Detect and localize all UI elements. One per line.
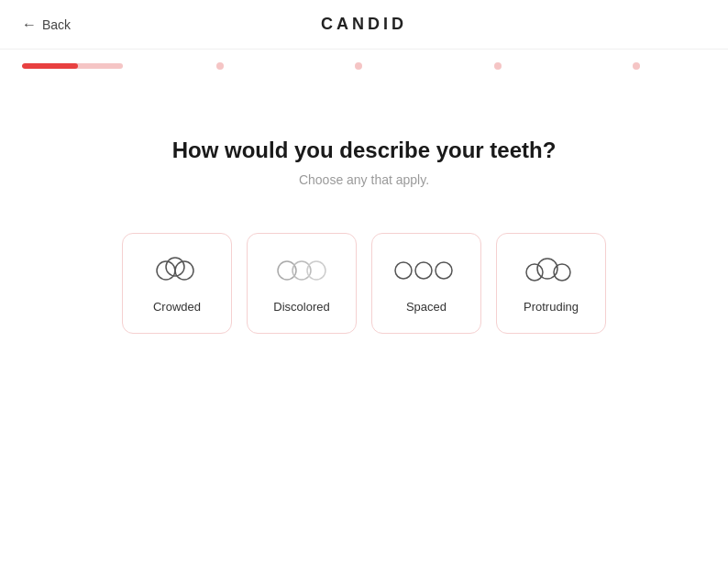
progress-bar-container [0,50,728,83]
discolored-icon [276,254,327,287]
option-crowded-label: Crowded [153,300,201,314]
back-arrow-icon: ← [22,17,37,33]
progress-dot-4 [633,62,640,70]
protruding-icon [525,254,577,287]
question-subtitle: Choose any that apply. [299,172,429,187]
progress-bar-fill [22,63,78,69]
option-spaced-label: Spaced [406,300,447,314]
header: ← Back CANDID [0,0,728,50]
svg-point-7 [415,262,432,279]
main-content: How would you describe your teeth? Choos… [0,83,728,370]
crowded-icon [153,254,201,287]
option-spaced[interactable]: Spaced [371,233,481,334]
options-grid: Crowded Discolored [122,233,606,334]
svg-point-4 [292,261,311,280]
svg-point-6 [395,262,412,279]
svg-point-8 [436,262,452,279]
option-crowded[interactable]: Crowded [122,233,232,334]
svg-point-3 [278,261,296,280]
option-discolored[interactable]: Discolored [247,233,357,334]
progress-bar-track [22,63,123,69]
back-button[interactable]: ← Back [22,17,71,33]
progress-dot-1 [216,62,224,70]
progress-dot-3 [494,62,502,70]
question-title: How would you describe your teeth? [172,138,557,163]
svg-point-5 [307,261,325,280]
option-discolored-label: Discolored [273,300,329,314]
progress-dots [123,62,706,70]
back-label: Back [42,17,71,32]
option-protruding[interactable]: Protruding [496,233,606,334]
spaced-icon [394,254,458,287]
svg-point-9 [526,264,543,281]
progress-dot-2 [355,62,362,70]
option-protruding-label: Protruding [524,300,579,314]
logo: CANDID [321,15,407,34]
